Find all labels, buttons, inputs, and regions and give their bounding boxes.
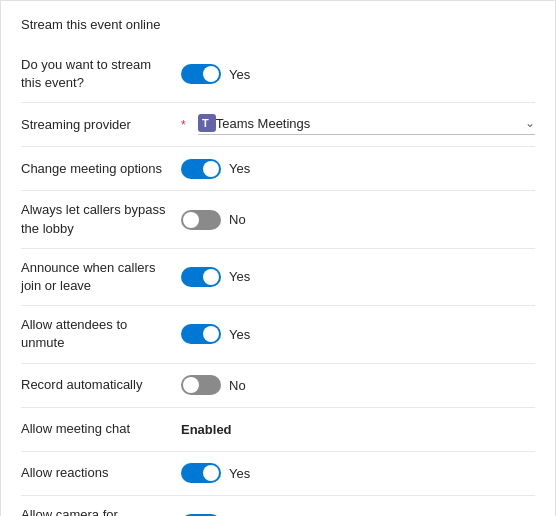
row-record-automatically: Record automatically No [21, 364, 535, 408]
label-streaming-provider: Streaming provider [21, 116, 181, 134]
row-change-meeting-options: Change meeting options Yes [21, 147, 535, 191]
provider-name: Teams Meetings [216, 116, 525, 131]
row-announce-callers: Announce when callers join or leave Yes [21, 249, 535, 306]
row-allow-camera: Allow camera for attendees Yes [21, 496, 535, 517]
label-allow-reactions: Allow reactions [21, 464, 181, 482]
chat-value: Enabled [181, 422, 232, 437]
value-allow-reactions: Yes [181, 463, 535, 483]
label-allow-unmute: Allow attendees to unmute [21, 316, 181, 352]
label-bypass-lobby: Always let callers bypass the lobby [21, 201, 181, 237]
value-allow-chat: Enabled [181, 422, 535, 437]
stream-event-panel: Stream this event online Do you want to … [0, 0, 556, 516]
label-change-meeting-options: Change meeting options [21, 160, 181, 178]
label-allow-camera: Allow camera for attendees [21, 506, 181, 517]
toggle-label-allow-reactions: Yes [229, 466, 250, 481]
row-allow-reactions: Allow reactions Yes [21, 452, 535, 496]
panel-title: Stream this event online [21, 17, 535, 32]
svg-text:T: T [202, 117, 209, 129]
toggle-bypass-lobby[interactable] [181, 210, 221, 230]
toggle-allow-reactions[interactable] [181, 463, 221, 483]
value-change-meeting-options: Yes [181, 159, 535, 179]
toggle-allow-unmute[interactable] [181, 324, 221, 344]
toggle-label-bypass-lobby: No [229, 212, 246, 227]
toggle-knob-stream-event [203, 66, 219, 82]
row-allow-unmute: Allow attendees to unmute Yes [21, 306, 535, 363]
toggle-label-record-automatically: No [229, 378, 246, 393]
provider-select[interactable]: T Teams Meetings ⌄ [198, 114, 535, 135]
row-bypass-lobby: Always let callers bypass the lobby No [21, 191, 535, 248]
toggle-label-allow-unmute: Yes [229, 327, 250, 342]
value-bypass-lobby: No [181, 210, 535, 230]
label-record-automatically: Record automatically [21, 376, 181, 394]
toggle-label-change-meeting-options: Yes [229, 161, 250, 176]
label-announce-callers: Announce when callers join or leave [21, 259, 181, 295]
toggle-label-announce-callers: Yes [229, 269, 250, 284]
value-allow-unmute: Yes [181, 324, 535, 344]
toggle-change-meeting-options[interactable] [181, 159, 221, 179]
required-star: * [181, 118, 186, 132]
value-streaming-provider: * T Teams Meetings ⌄ [181, 114, 535, 135]
row-allow-chat: Allow meeting chat Enabled [21, 408, 535, 452]
toggle-announce-callers[interactable] [181, 267, 221, 287]
chevron-down-icon: ⌄ [525, 116, 535, 130]
teams-icon: T [198, 114, 216, 132]
row-stream-event: Do you want to stream this event? Yes [21, 46, 535, 103]
value-announce-callers: Yes [181, 267, 535, 287]
toggle-stream-event[interactable] [181, 64, 221, 84]
toggle-label-stream-event: Yes [229, 67, 250, 82]
value-record-automatically: No [181, 375, 535, 395]
label-stream-event: Do you want to stream this event? [21, 56, 181, 92]
label-allow-chat: Allow meeting chat [21, 420, 181, 438]
toggle-record-automatically[interactable] [181, 375, 221, 395]
row-streaming-provider: Streaming provider * T Teams Meetings ⌄ [21, 103, 535, 147]
value-stream-event: Yes [181, 64, 535, 84]
